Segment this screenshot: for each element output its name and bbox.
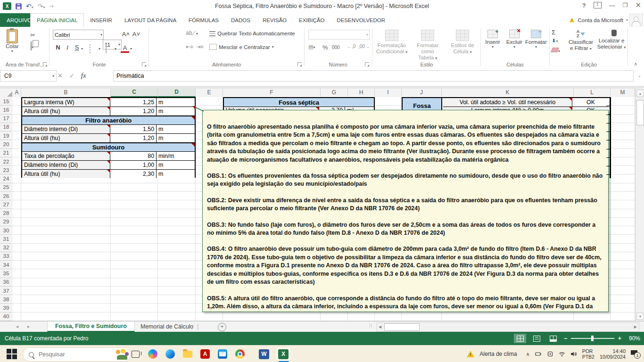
column-header-G[interactable]: G bbox=[321, 89, 348, 97]
row-header-38[interactable]: 38 bbox=[0, 295, 12, 304]
copy-button[interactable]: ▾ bbox=[31, 42, 33, 50]
number-dialog-launcher[interactable] bbox=[365, 62, 369, 66]
fill-button[interactable]: ⬇▾ bbox=[552, 38, 560, 44]
row-header-32[interactable]: 32 bbox=[0, 244, 12, 252]
column-header-H[interactable]: H bbox=[348, 89, 375, 97]
row-header-26[interactable]: 26 bbox=[0, 192, 12, 200]
tab-desenvolvedor[interactable]: DESENVOLVEDOR bbox=[330, 13, 391, 27]
row-header-25[interactable]: 25 bbox=[0, 183, 12, 192]
font-name-select[interactable]: Calibri▾ bbox=[53, 30, 104, 40]
battery-icon[interactable] bbox=[535, 351, 542, 357]
row-header-39[interactable]: 39 bbox=[0, 304, 12, 312]
select-all-corner[interactable] bbox=[0, 89, 13, 98]
wifi-icon[interactable] bbox=[559, 351, 565, 357]
task-view-button[interactable] bbox=[130, 349, 140, 359]
name-box[interactable]: C9▾ bbox=[0, 70, 57, 82]
formula-input[interactable]: Prismática bbox=[113, 70, 634, 82]
format-cells-button[interactable]: ↔ Formatar▾ bbox=[525, 30, 547, 49]
cancel-entry-button[interactable]: ✕ bbox=[58, 72, 63, 79]
decrease-font-button[interactable]: A˅ bbox=[132, 30, 140, 39]
clock[interactable]: 14:4010/09/2024 bbox=[600, 348, 626, 360]
normal-view-button[interactable] bbox=[514, 334, 526, 343]
column-header-I[interactable]: I bbox=[375, 89, 402, 97]
tab-inserir[interactable]: INSERIR bbox=[84, 13, 118, 27]
orientation-button[interactable]: ab⟋▾ bbox=[186, 30, 198, 36]
row-header-28[interactable]: 28 bbox=[0, 209, 12, 218]
vertical-scroll-thumb[interactable] bbox=[636, 100, 644, 125]
table-row[interactable]: Taxa de percolação 80 min/m bbox=[22, 152, 195, 161]
word-button[interactable]: W bbox=[259, 349, 269, 359]
merge-center-button[interactable]: Mesclar e Centralizar▾ bbox=[209, 44, 274, 50]
column-header-B[interactable]: B bbox=[21, 89, 111, 97]
fill-color-button[interactable] bbox=[106, 45, 107, 53]
help-button[interactable]: ? bbox=[582, 2, 586, 9]
cast-icon[interactable] bbox=[547, 351, 553, 357]
tab-formulas[interactable]: FÓRMULAS bbox=[182, 13, 225, 27]
conditional-formatting-button[interactable]: Formatação Condicional ▾ bbox=[374, 30, 409, 55]
format-as-table-button[interactable]: Formatar como Tabela ▾ bbox=[410, 30, 445, 61]
decrease-indent-button[interactable]: ⇤≡ bbox=[186, 44, 193, 50]
sheet-tab-memorial[interactable]: Memorial de Cálculo bbox=[133, 321, 201, 332]
row-header-22[interactable]: 22 bbox=[0, 157, 12, 166]
column-header-L[interactable]: L bbox=[574, 89, 611, 97]
insert-cells-button[interactable]: ＋ Inserir▾ bbox=[482, 30, 504, 49]
expand-formula-bar-button[interactable]: ⌄ bbox=[637, 73, 641, 78]
tab-pagina-inicial[interactable]: PÁGINA INICIAL bbox=[30, 13, 84, 27]
collapse-ribbon-button[interactable]: ∧ bbox=[634, 61, 637, 66]
language-indicator[interactable]: PORPTB2 bbox=[582, 348, 594, 360]
sheet-nav-right[interactable]: ▸ bbox=[27, 324, 30, 329]
row-header-27[interactable]: 27 bbox=[0, 200, 12, 209]
increase-indent-button[interactable]: ⇥≡ bbox=[196, 44, 204, 50]
sort-filter-button[interactable]: AZ Classificar e Filtrar ▾ bbox=[567, 30, 595, 52]
insert-function-button[interactable]: fx bbox=[81, 72, 86, 80]
table-row[interactable]: Altura útil (hu) 1,20 m bbox=[22, 107, 195, 116]
table-section-header[interactable]: Filtro anaeróbio bbox=[22, 116, 195, 125]
confirm-entry-button[interactable]: ✓ bbox=[69, 72, 74, 79]
scrollbar-splitter[interactable]: ⁞⁞ bbox=[369, 323, 372, 328]
decrease-decimal-button[interactable]: ,00→ bbox=[358, 44, 370, 49]
row-header-34[interactable]: 34 bbox=[0, 261, 12, 269]
column-header-D[interactable]: D bbox=[158, 89, 196, 97]
wrap-text-button[interactable]: Quebrar Texto Automaticamente bbox=[209, 31, 295, 36]
underline-dropdown[interactable]: ▾ bbox=[81, 47, 83, 51]
column-header-F[interactable]: F bbox=[223, 89, 321, 97]
table-row[interactable]: Largura interna (W) 1,25 m bbox=[22, 98, 195, 107]
column-header-M[interactable]: M bbox=[611, 89, 635, 97]
vertical-scrollbar[interactable]: ▲ ▼ bbox=[635, 89, 644, 321]
column-header-E[interactable]: E bbox=[196, 89, 223, 97]
cell-styles-button[interactable]: Estilos de Célula ▾ bbox=[445, 30, 480, 55]
search-box[interactable] bbox=[23, 347, 131, 362]
account-menu[interactable]: ! Conta da Microsoft▾ bbox=[569, 13, 628, 27]
scroll-right-button[interactable]: ▶ bbox=[634, 325, 637, 329]
increase-decimal-button[interactable]: ←,0 bbox=[347, 44, 355, 49]
row-header-18[interactable]: 18 bbox=[0, 123, 12, 132]
scroll-up-button[interactable]: ▲ bbox=[636, 90, 644, 97]
row-header-17[interactable]: 17 bbox=[0, 115, 12, 123]
tray-expand-chevron[interactable]: ∧ bbox=[526, 351, 530, 357]
row-header-36[interactable]: 36 bbox=[0, 278, 12, 287]
table-row[interactable]: Altura útil (hu) 1,20 m bbox=[22, 134, 195, 143]
horizontal-scrollbar[interactable]: ◀ ▶ bbox=[376, 322, 639, 332]
table-section-header[interactable]: Sumidouro bbox=[22, 143, 195, 152]
acrobat-button[interactable]: A bbox=[200, 349, 210, 359]
find-select-button[interactable]: Localizar e Selecionar ▾ bbox=[597, 30, 626, 50]
scroll-down-button[interactable]: ▼ bbox=[636, 313, 644, 320]
page-break-view-button[interactable] bbox=[547, 334, 559, 343]
minimize-button[interactable]: — bbox=[609, 2, 615, 9]
column-header-K[interactable]: K bbox=[442, 89, 574, 97]
column-header-J[interactable]: J bbox=[402, 89, 442, 97]
autosum-button[interactable]: Σ bbox=[552, 29, 560, 36]
row-header-40[interactable]: 40 bbox=[0, 313, 12, 321]
sheet-tab-active[interactable]: Fossa, Filtro e Sumidouro bbox=[47, 321, 135, 332]
volume-icon[interactable] bbox=[570, 351, 577, 357]
row-header-33[interactable]: 33 bbox=[0, 252, 12, 261]
table-row[interactable]: Diâmetro interno (Di) 1,00 m bbox=[22, 161, 195, 170]
tab-exibicao[interactable]: EXIBIÇÃO bbox=[293, 13, 330, 27]
table-row[interactable]: Diâmetro interno (Di) 1,50 m bbox=[22, 125, 195, 134]
start-button[interactable] bbox=[7, 349, 17, 359]
column-header-A[interactable]: A bbox=[13, 89, 21, 97]
number-format-select[interactable]: ▾ bbox=[308, 30, 370, 40]
paste-button[interactable]: Colar▾ bbox=[6, 29, 18, 53]
close-button[interactable]: ✕ bbox=[635, 1, 641, 9]
notification-center-button[interactable]: 1 bbox=[631, 350, 639, 358]
